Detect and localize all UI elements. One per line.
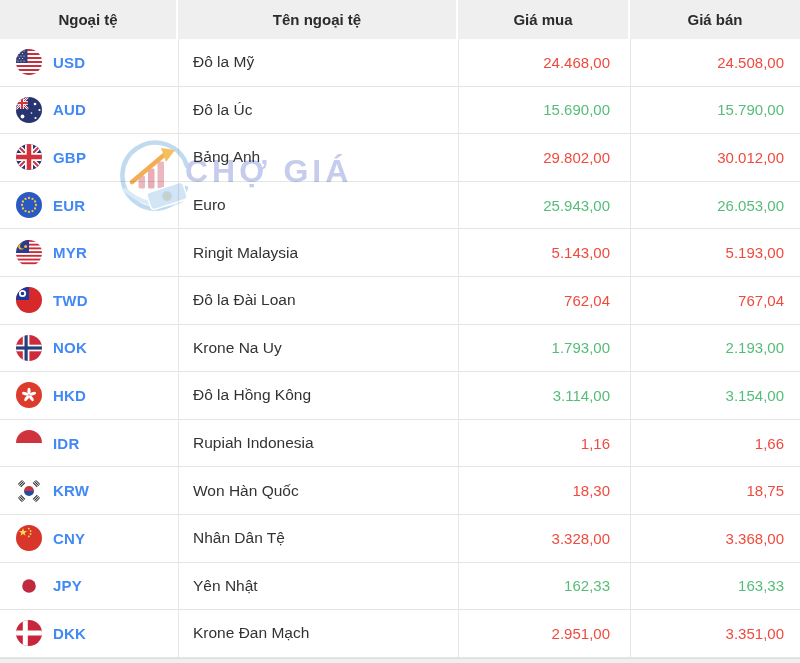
eu-flag-icon — [16, 192, 42, 218]
exchange-rate-table: Ngoại tệ Tên ngoại tệ Giá mua Giá bán US… — [0, 0, 800, 663]
column-header-buy: Giá mua — [458, 0, 630, 39]
currency-cell: TWD — [0, 277, 178, 324]
currency-code-link[interactable]: DKK — [53, 625, 86, 642]
currency-cell: NOK — [0, 325, 178, 372]
currency-code-link[interactable]: GBP — [53, 149, 86, 166]
china-flag-icon — [16, 525, 42, 551]
currency-cell: MYR — [0, 229, 178, 276]
sell-price: 163,33 — [738, 577, 784, 594]
sell-price: 3.368,00 — [726, 530, 784, 547]
currency-code-link[interactable]: TWD — [53, 292, 88, 309]
sell-price: 26.053,00 — [717, 197, 784, 214]
currency-code-link[interactable]: HKD — [53, 387, 86, 404]
currency-name: Bảng Anh — [193, 148, 260, 166]
buy-price: 3.328,00 — [552, 530, 610, 547]
currency-code-link[interactable]: USD — [53, 54, 85, 71]
currency-row: EUR Euro 25.943,00 26.053,00 — [0, 182, 800, 230]
currency-name: Rupiah Indonesia — [193, 434, 314, 452]
currency-cell: CNY — [0, 515, 178, 562]
currency-row: AUD Đô la Úc 15.690,00 15.790,00 — [0, 87, 800, 135]
currency-name: Ringit Malaysia — [193, 244, 298, 262]
sell-price: 3.154,00 — [726, 387, 784, 404]
denmark-flag-icon — [16, 620, 42, 646]
currency-name: Won Hàn Quốc — [193, 482, 299, 500]
currency-name: Nhân Dân Tệ — [193, 529, 285, 547]
us-flag-icon — [16, 49, 42, 75]
currency-row: NOK Krone Na Uy 1.793,00 2.193,00 — [0, 325, 800, 373]
currency-cell: KRW — [0, 467, 178, 514]
currency-name: Yên Nhật — [193, 577, 258, 595]
currency-code-link[interactable]: AUD — [53, 101, 86, 118]
currency-name: Đô la Mỹ — [193, 53, 254, 71]
currency-cell: GBP — [0, 134, 178, 181]
currency-cell: JPY — [0, 563, 178, 610]
buy-price: 1,16 — [581, 435, 610, 452]
column-header-currency: Ngoại tệ — [0, 0, 178, 39]
buy-price: 162,33 — [564, 577, 610, 594]
currency-name: Krone Na Uy — [193, 339, 282, 357]
norway-flag-icon — [16, 335, 42, 361]
sell-price: 5.193,00 — [726, 244, 784, 261]
table-body: USD Đô la Mỹ 24.468,00 24.508,00 AUD Đô … — [0, 39, 800, 658]
column-header-name: Tên ngoại tệ — [178, 0, 458, 39]
currency-name: Đô la Hồng Kông — [193, 386, 311, 404]
australia-flag-icon — [16, 97, 42, 123]
indonesia-flag-icon — [16, 430, 42, 456]
buy-price: 762,04 — [564, 292, 610, 309]
currency-row: TWD Đô la Đài Loan 762,04 767,04 — [0, 277, 800, 325]
currency-name: Krone Đan Mạch — [193, 624, 309, 642]
currency-name: Euro — [193, 196, 226, 214]
buy-price: 1.793,00 — [552, 339, 610, 356]
buy-price: 29.802,00 — [543, 149, 610, 166]
sell-price: 767,04 — [738, 292, 784, 309]
table-header-row: Ngoại tệ Tên ngoại tệ Giá mua Giá bán — [0, 0, 800, 39]
currency-name: Đô la Đài Loan — [193, 291, 296, 309]
malaysia-flag-icon — [16, 240, 42, 266]
currency-cell: AUD — [0, 87, 178, 134]
currency-cell: HKD — [0, 372, 178, 419]
buy-price: 25.943,00 — [543, 197, 610, 214]
currency-row: IDR Rupiah Indonesia 1,16 1,66 — [0, 420, 800, 468]
currency-cell: USD — [0, 39, 178, 86]
currency-row: USD Đô la Mỹ 24.468,00 24.508,00 — [0, 39, 800, 87]
currency-cell: DKK — [0, 610, 178, 657]
currency-row: DKK Krone Đan Mạch 2.951,00 3.351,00 — [0, 610, 800, 658]
uk-flag-icon — [16, 144, 42, 170]
buy-price: 15.690,00 — [543, 101, 610, 118]
taiwan-flag-icon — [16, 287, 42, 313]
currency-row: HKD Đô la Hồng Kông 3.114,00 3.154,00 — [0, 372, 800, 420]
currency-code-link[interactable]: NOK — [53, 339, 87, 356]
next-section-strip — [0, 658, 800, 663]
currency-row: CNY Nhân Dân Tệ 3.328,00 3.368,00 — [0, 515, 800, 563]
sell-price: 15.790,00 — [717, 101, 784, 118]
currency-row: KRW Won Hàn Quốc 18,30 18,75 — [0, 467, 800, 515]
buy-price: 18,30 — [572, 482, 610, 499]
sell-price: 3.351,00 — [726, 625, 784, 642]
currency-row: JPY Yên Nhật 162,33 163,33 — [0, 563, 800, 611]
currency-code-link[interactable]: IDR — [53, 435, 79, 452]
currency-code-link[interactable]: KRW — [53, 482, 89, 499]
sell-price: 24.508,00 — [717, 54, 784, 71]
currency-name: Đô la Úc — [193, 101, 252, 119]
buy-price: 3.114,00 — [553, 387, 610, 404]
column-header-sell: Giá bán — [630, 0, 800, 39]
southkorea-flag-icon — [16, 478, 42, 504]
buy-price: 2.951,00 — [552, 625, 610, 642]
buy-price: 24.468,00 — [543, 54, 610, 71]
currency-code-link[interactable]: EUR — [53, 197, 85, 214]
buy-price: 5.143,00 — [552, 244, 610, 261]
currency-cell: IDR — [0, 420, 178, 467]
japan-flag-icon — [16, 573, 42, 599]
sell-price: 1,66 — [755, 435, 784, 452]
currency-code-link[interactable]: JPY — [53, 577, 82, 594]
sell-price: 30.012,00 — [717, 149, 784, 166]
currency-cell: EUR — [0, 182, 178, 229]
hongkong-flag-icon — [16, 382, 42, 408]
sell-price: 18,75 — [746, 482, 784, 499]
currency-code-link[interactable]: MYR — [53, 244, 87, 261]
currency-row: GBP Bảng Anh 29.802,00 30.012,00 — [0, 134, 800, 182]
currency-row: MYR Ringit Malaysia 5.143,00 5.193,00 — [0, 229, 800, 277]
currency-code-link[interactable]: CNY — [53, 530, 85, 547]
sell-price: 2.193,00 — [726, 339, 784, 356]
